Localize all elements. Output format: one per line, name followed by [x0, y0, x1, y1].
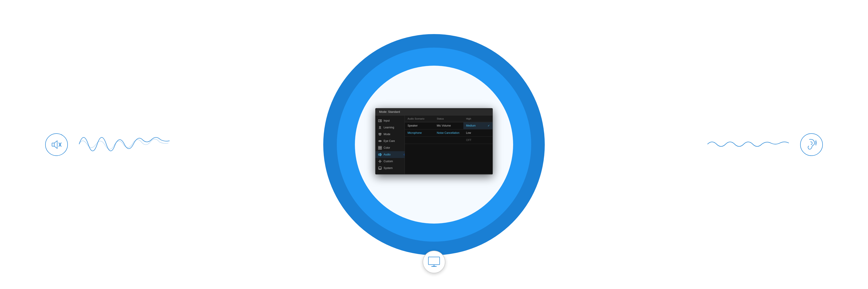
col-header-status: Status: [434, 115, 463, 122]
svg-marker-1: [54, 141, 57, 148]
cell-medium[interactable]: Medium: [463, 122, 493, 129]
nav-label-system: System: [383, 167, 393, 170]
monitor-icon-container: [423, 251, 445, 273]
cell-low[interactable]: Low: [463, 130, 493, 137]
nav-label-custom: Custom: [383, 160, 393, 163]
learning-icon: [378, 126, 382, 129]
svg-point-17: [379, 160, 381, 162]
cell-empty-1: [405, 137, 434, 144]
audio-icon: [378, 153, 382, 156]
left-speaker-icon: [45, 133, 68, 156]
panel-title-bar: Mode: Standard: [375, 108, 493, 115]
nav-item-custom[interactable]: Custom: [375, 158, 405, 165]
col-header-scenario: Audio Scenario: [405, 115, 434, 122]
nav-item-eye-care[interactable]: Eye Care: [375, 138, 405, 144]
svg-rect-14: [380, 148, 381, 149]
svg-rect-20: [428, 257, 440, 265]
nav-item-color[interactable]: Color: [375, 144, 405, 151]
wave-right: [705, 135, 791, 154]
cell-noise-cancel[interactable]: Noise Cancellation: [434, 130, 463, 137]
custom-icon: [378, 159, 382, 163]
svg-rect-13: [378, 148, 380, 149]
nav-item-system[interactable]: System: [375, 165, 405, 172]
cell-empty-5: [463, 144, 493, 174]
svg-point-5: [379, 127, 381, 128]
svg-rect-11: [378, 146, 380, 148]
input-icon: [378, 119, 382, 122]
svg-rect-12: [380, 146, 381, 148]
nav-label-audio: Audio: [383, 153, 391, 156]
nav-menu: Input Learning Mode: [375, 115, 405, 174]
svg-point-8: [379, 133, 379, 134]
ear-icon: [806, 138, 817, 151]
cell-mic-volume: Mic Volume: [434, 122, 463, 129]
svg-point-7: [380, 134, 380, 135]
svg-rect-0: [52, 143, 54, 146]
content-area: Audio Scenario Status High Speaker Mic V…: [405, 115, 493, 174]
system-icon: [378, 166, 382, 170]
nav-label-mode: Mode: [383, 133, 391, 136]
panel-title: Mode: Standard: [379, 110, 400, 113]
right-ear-icon: [800, 133, 823, 156]
cell-empty-4: [434, 144, 463, 174]
eye-care-icon: [378, 139, 382, 143]
cell-empty-2: [434, 137, 463, 144]
mode-icon: [378, 133, 382, 136]
monitor-panel: Mode: Standard Input Learning: [375, 108, 493, 174]
cell-off[interactable]: OFF: [463, 137, 493, 144]
cell-speaker: Speaker: [405, 122, 434, 129]
cell-empty-3: [405, 144, 434, 174]
nav-item-input[interactable]: Input: [375, 117, 405, 124]
nav-label-eye-care: Eye Care: [383, 139, 395, 143]
svg-point-10: [379, 140, 381, 141]
monitor-circle: [423, 251, 445, 273]
cell-microphone[interactable]: Microphone: [405, 130, 434, 137]
nav-label-input: Input: [383, 119, 390, 122]
col-header-high: High: [463, 115, 493, 122]
nav-item-mode[interactable]: Mode: [375, 131, 405, 138]
color-icon: [378, 146, 382, 150]
nav-label-color: Color: [383, 146, 390, 149]
svg-point-9: [381, 133, 381, 134]
nav-item-learning[interactable]: Learning: [375, 124, 405, 131]
nav-item-audio[interactable]: Audio: [375, 151, 405, 158]
monitor-display-icon: [427, 256, 441, 268]
nav-label-learning: Learning: [383, 126, 394, 129]
wave-left: [77, 121, 172, 168]
svg-marker-16: [379, 153, 380, 156]
